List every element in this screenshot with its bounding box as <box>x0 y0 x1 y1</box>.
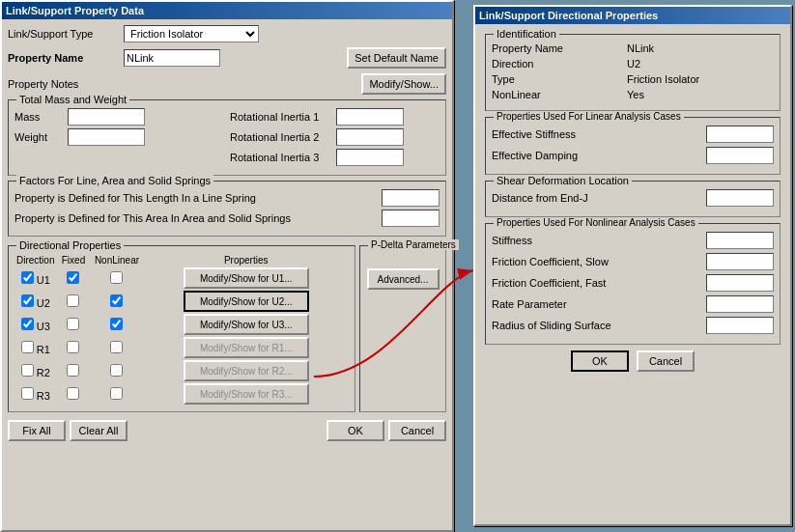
left-title-bar: Link/Support Property Data <box>2 2 452 19</box>
pdelta-box: P-Delta Parameters Advanced... <box>359 245 446 412</box>
id-direction-value: U2 <box>627 58 704 70</box>
right-title-bar: Link/Support Directional Properties <box>475 7 790 24</box>
solid-spring-label: Property is Defined for This Area In Are… <box>14 212 382 224</box>
property-name-input[interactable] <box>124 49 220 67</box>
rate-parameter-label: Rate Parameter <box>492 298 706 310</box>
nonlinear-analysis-box: Properties Used For Nonlinear Analysis C… <box>485 223 781 345</box>
link-support-type-select[interactable]: Friction Isolator <box>124 25 259 42</box>
weight-label: Weight <box>14 131 68 143</box>
rot-inertia-1-input[interactable]: 0. <box>336 108 404 126</box>
radius-sliding-label: Radius of Sliding Surface <box>492 320 706 331</box>
id-nonlinear-value: Yes <box>627 89 704 100</box>
rot-inertia-3-label: Rotational Inertia 3 <box>230 152 336 163</box>
right-window: Link/Support Directional Properties Iden… <box>473 5 792 526</box>
shear-deformation-box: Shear Deformation Location Distance from… <box>485 181 781 217</box>
fixed-r1-checkbox[interactable] <box>67 341 79 353</box>
dir-row-u2: U2 Modify/Show for U2... <box>14 290 349 313</box>
id-nonlinear-label: NonLinear <box>492 89 627 100</box>
modify-show-r3-button: Modify/Show for R3... <box>184 383 309 405</box>
fixed-u3-checkbox[interactable] <box>67 318 79 330</box>
rot-inertia-3-input[interactable]: 0. <box>336 149 404 166</box>
link-support-type-label: Link/Support Type <box>8 28 124 40</box>
dir-r3-checkbox[interactable] <box>21 387 34 400</box>
line-spring-label: Property is Defined for This Length In a… <box>14 192 382 204</box>
dir-row-u1: U1 Modify/Show for U1... <box>14 266 349 290</box>
col-fixed: Fixed <box>56 254 90 266</box>
dir-u1-checkbox[interactable] <box>21 271 34 284</box>
dir-u2-checkbox[interactable] <box>21 294 34 307</box>
nonlinear-r2-checkbox[interactable] <box>110 364 123 377</box>
dir-row-r3: R3 Modify/Show for R3... <box>14 382 349 406</box>
col-properties: Properties <box>143 254 349 266</box>
shear-deformation-title: Shear Deformation Location <box>494 175 632 186</box>
mass-label: Mass <box>14 111 68 123</box>
stiffness-input[interactable]: 10000. <box>706 232 774 249</box>
linear-analysis-title: Properties Used For Linear Analysis Case… <box>494 111 684 122</box>
dir-r1-checkbox[interactable] <box>21 341 34 353</box>
total-mass-weight-box: Total Mass and Weight Mass 0. Weight 0. … <box>8 99 446 176</box>
right-ok-button[interactable]: OK <box>571 350 629 372</box>
id-property-name-label: Property Name <box>492 42 627 54</box>
fix-all-button[interactable]: Fix All <box>8 420 66 441</box>
col-direction: Direction <box>14 254 56 266</box>
factors-box: Factors For Line, Area and Solid Springs… <box>8 181 446 237</box>
id-type-value: Friction Isolator <box>627 73 704 85</box>
friction-fast-input[interactable]: 0.12 <box>706 274 774 292</box>
distance-from-end-j-input[interactable]: 0. <box>706 189 774 207</box>
left-ok-button[interactable]: OK <box>327 420 384 441</box>
weight-input[interactable]: 0. <box>68 128 145 146</box>
modify-show-notes-button[interactable]: Modify/Show... <box>361 73 446 95</box>
rot-inertia-1-label: Rotational Inertia 1 <box>230 111 336 123</box>
radius-sliding-input[interactable]: 1000. <box>706 317 774 334</box>
friction-slow-label: Friction Coefficient, Slow <box>492 256 706 267</box>
modify-show-r1-button: Modify/Show for R1... <box>184 337 309 358</box>
nonlinear-u2-checkbox[interactable] <box>110 294 123 307</box>
clear-all-button[interactable]: Clear All <box>70 420 128 441</box>
property-name-label: Property Name <box>8 52 124 64</box>
nonlinear-r1-checkbox[interactable] <box>110 341 123 353</box>
effective-stiffness-input[interactable]: 10000. <box>706 126 774 143</box>
effective-damping-input[interactable]: 0.04 <box>706 147 774 164</box>
modify-show-u2-button[interactable]: Modify/Show for U2... <box>184 291 309 312</box>
rot-inertia-2-input[interactable]: 0. <box>336 128 404 146</box>
mass-input[interactable]: 0. <box>68 108 145 126</box>
nonlinear-analysis-title: Properties Used For Nonlinear Analysis C… <box>494 217 698 228</box>
advanced-button[interactable]: Advanced... <box>367 268 440 290</box>
modify-show-r2-button: Modify/Show for R2... <box>184 360 309 381</box>
solid-spring-input[interactable]: 1. <box>382 210 440 227</box>
effective-stiffness-label: Effective Stiffness <box>492 128 706 140</box>
modify-show-u3-button[interactable]: Modify/Show for U3... <box>184 314 309 335</box>
distance-from-end-j-label: Distance from End-J <box>492 192 706 204</box>
dir-u3-checkbox[interactable] <box>21 318 34 330</box>
dir-r2-checkbox[interactable] <box>21 364 34 377</box>
left-window: Link/Support Property Data Link/Support … <box>0 0 454 532</box>
linear-analysis-box: Properties Used For Linear Analysis Case… <box>485 117 781 175</box>
fixed-u1-checkbox[interactable] <box>67 271 79 284</box>
friction-fast-label: Friction Coefficient, Fast <box>492 277 706 289</box>
left-cancel-button[interactable]: Cancel <box>388 420 446 441</box>
nonlinear-u3-checkbox[interactable] <box>110 318 123 330</box>
directional-properties-title: Directional Properties <box>16 239 124 251</box>
modify-show-u1-button[interactable]: Modify/Show for U1... <box>184 267 309 289</box>
identification-box: Identification Property Name NLink Direc… <box>485 34 781 111</box>
id-type-label: Type <box>492 73 627 85</box>
fixed-r3-checkbox[interactable] <box>67 387 79 400</box>
friction-slow-input[interactable]: 0.15 <box>706 253 774 270</box>
id-property-name-value: NLink <box>627 42 704 54</box>
nonlinear-r3-checkbox[interactable] <box>110 387 123 400</box>
set-default-name-button[interactable]: Set Default Name <box>347 47 446 69</box>
dir-row-u3: U3 Modify/Show for U3... <box>14 313 349 336</box>
identification-title: Identification <box>494 28 559 40</box>
line-spring-input[interactable]: 1. <box>382 189 440 207</box>
total-mass-weight-title: Total Mass and Weight <box>16 94 129 105</box>
nonlinear-u1-checkbox[interactable] <box>110 271 123 284</box>
left-title: Link/Support Property Data <box>6 5 144 16</box>
fixed-r2-checkbox[interactable] <box>67 364 79 377</box>
rate-parameter-input[interactable]: 1. <box>706 295 774 313</box>
directional-table: Direction Fixed NonLinear Properties U1 … <box>14 254 349 406</box>
rot-inertia-2-label: Rotational Inertia 2 <box>230 131 336 143</box>
fixed-u2-checkbox[interactable] <box>67 294 79 307</box>
right-cancel-button[interactable]: Cancel <box>637 350 695 372</box>
col-nonlinear: NonLinear <box>90 254 143 266</box>
dir-row-r1: R1 Modify/Show for R1... <box>14 336 349 359</box>
